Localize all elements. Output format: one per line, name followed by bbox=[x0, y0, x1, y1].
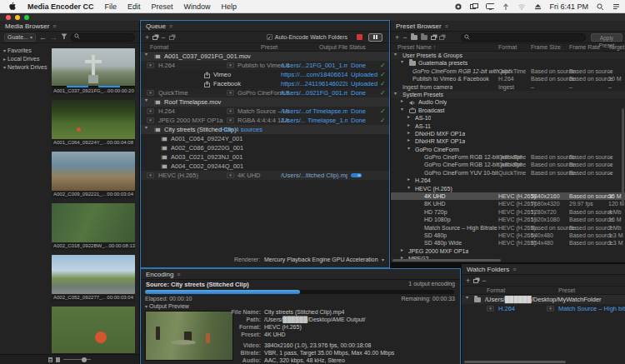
panel-menu-icon[interactable]: ≡ bbox=[445, 23, 448, 29]
new-group-button[interactable] bbox=[411, 35, 418, 40]
chevron-down-icon[interactable] bbox=[466, 295, 468, 300]
list-view-icon[interactable] bbox=[48, 357, 52, 362]
upload-status-icon[interactable] bbox=[502, 2, 510, 11]
upload-url-link[interactable]: https://....com/184066142 bbox=[281, 70, 348, 79]
column-format[interactable]: Format bbox=[498, 43, 517, 52]
format-dropdown[interactable] bbox=[487, 306, 494, 312]
queue-output-row[interactable]: JPEG 2000 MXF OP1aRGBA 4:4:4:4 12-bit (B… bbox=[141, 116, 389, 125]
output-file-link[interactable]: /Users/... Timelapse_1.mxf bbox=[281, 116, 348, 125]
panel-menu-icon[interactable]: ≡ bbox=[512, 267, 516, 272]
chevron-down-icon[interactable] bbox=[145, 125, 148, 130]
chevron-right-icon[interactable] bbox=[408, 130, 410, 135]
preset-group-row[interactable]: GoPro CineForm bbox=[391, 146, 625, 153]
panel-menu-icon[interactable]: ≡ bbox=[52, 23, 56, 29]
preset-group-row[interactable]: DNxHD MXF OP1a bbox=[391, 130, 625, 137]
eject-icon[interactable] bbox=[533, 2, 542, 11]
preset-group-row[interactable]: Guatemala presets bbox=[391, 59, 625, 67]
apply-preset-button[interactable]: Apply Preset bbox=[591, 33, 622, 42]
chevron-right-icon[interactable] bbox=[401, 247, 403, 252]
add-watch-folder-button[interactable]: + bbox=[466, 277, 470, 284]
queue-upload-row[interactable]: Vimeohttps://....com/184066142Uploaded✓ bbox=[141, 70, 389, 79]
chevron-down-icon[interactable] bbox=[401, 107, 403, 112]
output-file-link[interactable]: /Users/...of Timelapse.mp4 bbox=[281, 107, 348, 116]
remove-watch-folder-button[interactable]: − bbox=[482, 277, 486, 284]
forward-button[interactable]: → bbox=[50, 34, 58, 41]
encoding-header[interactable]: Encoding ≡ bbox=[141, 269, 460, 280]
column-preset[interactable]: Preset bbox=[558, 287, 575, 295]
media-clip-item[interactable]: A002_C009_092221_...00:00:03:04 bbox=[52, 152, 135, 198]
remove-preset-button[interactable]: − bbox=[402, 34, 407, 41]
apple-icon[interactable] bbox=[8, 2, 17, 11]
media-browser-header[interactable]: Media Browser ≡ bbox=[0, 21, 139, 32]
preset-row[interactable]: 8K UHDHEVC (H.265)7680x432029.97 fps120 … bbox=[391, 200, 625, 207]
preset-row[interactable]: Match Source – High BitrateHEVC (H.265)B… bbox=[391, 224, 625, 232]
queue-subsource-row[interactable]: A004_C002_09244Q_001 bbox=[141, 162, 389, 171]
import-preset-button[interactable] bbox=[431, 36, 436, 40]
spotlight-search-icon[interactable] bbox=[596, 2, 604, 11]
tree-item-favorites[interactable]: Favorites bbox=[0, 47, 50, 55]
column-format[interactable]: Format bbox=[487, 287, 505, 295]
stop-queue-button[interactable] bbox=[357, 34, 362, 40]
auto-encode-checkbox[interactable]: ✓ bbox=[267, 34, 272, 40]
queue-subsource-row[interactable]: A002_C086_09220G_001 bbox=[141, 143, 389, 152]
chevron-down-icon[interactable] bbox=[3, 48, 6, 53]
notification-center-icon[interactable] bbox=[612, 2, 620, 11]
output-file-link[interactable]: /Users/...titched Clip).mp4 bbox=[281, 171, 348, 180]
column-frame-rate[interactable]: Frame Rate bbox=[569, 43, 600, 52]
menu-window[interactable]: Window bbox=[184, 2, 211, 11]
output-file-link[interactable]: /Users/...0921FG_001.mov bbox=[281, 88, 348, 97]
output-preview-toggle[interactable]: Output Preview bbox=[145, 303, 189, 309]
preset-row[interactable]: Ingest from cameraIngest––– bbox=[391, 83, 625, 91]
zoom-window-button[interactable] bbox=[24, 15, 29, 20]
media-clip-item[interactable]: A001_C037_0921FG_...00:00:00:20 bbox=[52, 48, 135, 95]
pause-queue-button[interactable] bbox=[368, 33, 382, 42]
queue-output-row[interactable]: H.264Publish to Vimeo & Face.../Users/..… bbox=[141, 61, 389, 70]
preset-dropdown[interactable] bbox=[227, 117, 234, 123]
queue-header[interactable]: Queue ≡ bbox=[141, 21, 389, 32]
thumbnail-size-slider[interactable] bbox=[63, 359, 91, 360]
menu-preset[interactable]: Preset bbox=[152, 2, 173, 11]
export-preset-button[interactable] bbox=[439, 36, 444, 40]
duplicate-watch-folder-button[interactable] bbox=[473, 279, 478, 283]
filter-icon[interactable] bbox=[61, 33, 68, 42]
format-dropdown[interactable] bbox=[147, 62, 154, 68]
queue-subsource-row[interactable]: A003_C021_0923NJ_001 bbox=[141, 152, 389, 162]
media-clip-item[interactable] bbox=[52, 307, 135, 353]
media-clip-item[interactable]: A002_C052_092277_...00:00:03:04 bbox=[52, 255, 135, 302]
preset-group-row[interactable]: H.264 bbox=[391, 177, 625, 184]
preset-group-row[interactable]: AS-11 bbox=[391, 122, 625, 130]
duplicate-button[interactable] bbox=[152, 36, 158, 40]
menu-clock[interactable]: Fri 6:41 PM bbox=[549, 2, 588, 11]
preset-row[interactable]: HD 720pHEVC (H.265)1280x720Based on sour… bbox=[391, 208, 625, 216]
preset-row[interactable]: SD 480p WideHEVC (H.265)854x480Based on … bbox=[391, 239, 625, 247]
watch-folder-output-row[interactable]: H.264 Match Source – High bitrate bbox=[462, 304, 625, 313]
preset-search-input[interactable] bbox=[461, 33, 586, 42]
chevron-down-icon[interactable] bbox=[394, 91, 397, 96]
slider-knob[interactable] bbox=[82, 357, 87, 362]
column-format[interactable]: Format bbox=[150, 43, 168, 52]
queue-output-row[interactable]: H.264Match Source – High bitr.../Users/.… bbox=[141, 107, 389, 116]
column-preset-name[interactable]: Preset Name ↑ bbox=[398, 43, 436, 52]
preset-group-row[interactable]: DNxHR MXF OP1a bbox=[391, 137, 625, 145]
back-button[interactable]: ← bbox=[39, 34, 47, 41]
preset-row[interactable]: SD 480pHEVC (H.265)640x480Based on sourc… bbox=[391, 232, 625, 239]
preset-dropdown[interactable] bbox=[227, 108, 234, 114]
location-dropdown[interactable]: Guate... bbox=[4, 33, 36, 42]
chevron-down-icon[interactable] bbox=[382, 257, 384, 262]
preset-dropdown[interactable] bbox=[547, 306, 554, 312]
format-dropdown[interactable] bbox=[147, 90, 154, 96]
preset-row[interactable]: HD 1080pHEVC (H.265)1920x1080Based on so… bbox=[391, 216, 625, 223]
queue-output-row[interactable]: QuickTimeGoPro CineForm RGB 12.../Users/… bbox=[141, 88, 389, 97]
preset-group-row[interactable]: User Presets & Groups bbox=[391, 52, 625, 59]
chevron-right-icon[interactable] bbox=[408, 122, 410, 127]
media-search-input[interactable] bbox=[71, 33, 135, 42]
chevron-right-icon[interactable] bbox=[401, 98, 403, 103]
column-preset[interactable]: Preset bbox=[261, 43, 278, 52]
minimize-window-button[interactable] bbox=[15, 15, 20, 20]
queue-encoding-row[interactable]: HEVC (H.265)4K UHD/Users/...titched Clip… bbox=[141, 171, 389, 180]
chevron-down-icon[interactable] bbox=[145, 52, 148, 57]
chevron-right-icon[interactable] bbox=[3, 57, 6, 62]
media-clip-item[interactable]: A002_C018_0922BW_...00:00:08:13 bbox=[52, 203, 135, 250]
preset-group-row[interactable]: AS-10 bbox=[391, 114, 625, 122]
preset-group-row[interactable]: JPEG 2000 MXF OP1a bbox=[391, 247, 625, 255]
